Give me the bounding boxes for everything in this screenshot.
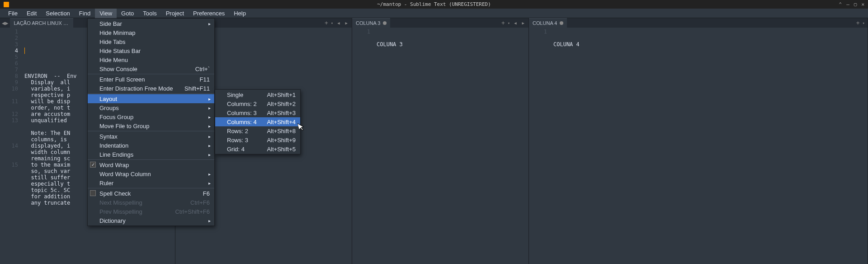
line-number: 5: [0, 54, 18, 60]
tab-strip-4: COLUNA 4 + ▾: [529, 18, 868, 28]
new-tab-icon[interactable]: +: [856, 19, 860, 26]
menu-item-hide-menu[interactable]: Hide Menu: [88, 55, 214, 64]
text-cursor: [24, 48, 25, 54]
line-number: 12: [0, 111, 18, 117]
line-number: [0, 105, 18, 111]
tab-nav-right-icon[interactable]: ▶: [344, 21, 349, 25]
tab-nav-right-icon[interactable]: ▶: [5, 20, 8, 26]
line-number: 9: [0, 79, 18, 86]
menu-item-shortcut: Alt+Shift+2: [260, 101, 296, 107]
line-number: 2: [0, 35, 18, 41]
menu-find[interactable]: Find: [75, 9, 95, 18]
tab-nav-right-icon[interactable]: ▶: [521, 21, 526, 25]
window-titlebar: ~/mantop - Sublime Text (UNREGISTERED) ⌃…: [0, 0, 868, 9]
menu-item-groups[interactable]: Groups: [88, 103, 214, 112]
menu-item-label: Columns: 3: [227, 110, 260, 116]
menu-item-single[interactable]: SingleAlt+Shift+1: [215, 90, 300, 99]
menu-item-word-wrap-column[interactable]: Word Wrap Column: [88, 169, 214, 178]
menu-item-hide-minimap[interactable]: Hide Minimap: [88, 28, 214, 37]
code-area[interactable]: COLUNA 3: [374, 28, 528, 264]
tab-file-4[interactable]: COLUNA 4: [529, 18, 567, 28]
menu-item-shortcut: Alt+Shift+3: [260, 110, 296, 116]
editor-pane-4[interactable]: 1 COLUNA 4: [529, 28, 868, 264]
menu-item-next-misspelling: Next MisspellingCtrl+F6: [88, 198, 214, 207]
tab-file-3[interactable]: COLUNA 3: [352, 18, 390, 28]
menu-item-columns-2[interactable]: Columns: 2Alt+Shift+2: [215, 99, 300, 108]
line-number: [0, 124, 18, 130]
menu-selection[interactable]: Selection: [41, 9, 74, 18]
menu-item-show-console[interactable]: Show ConsoleCtrl+`: [88, 64, 214, 73]
menu-tools[interactable]: Tools: [138, 9, 161, 18]
menu-item-label: Layout: [99, 96, 210, 102]
menu-item-layout[interactable]: Layout: [88, 94, 214, 103]
menu-item-rows-3[interactable]: Rows: 3Alt+Shift+9: [215, 135, 300, 144]
tab-nav-left-icon[interactable]: ◀: [2, 20, 5, 26]
menu-item-label: Line Endings: [99, 151, 210, 158]
menu-item-label: Enter Distraction Free Mode: [99, 85, 178, 92]
menu-item-hide-tabs[interactable]: Hide Tabs: [88, 37, 214, 46]
code-area[interactable]: COLUNA 4: [551, 28, 868, 264]
line-number: 3: [0, 41, 18, 48]
menubar: File Edit Selection Find View Goto Tools…: [0, 9, 868, 18]
menu-separator: [88, 188, 214, 188]
menu-item-columns-3[interactable]: Columns: 3Alt+Shift+3: [215, 108, 300, 117]
line-number: 11: [0, 98, 18, 105]
menu-item-ruler[interactable]: Ruler: [88, 178, 214, 187]
line-number: [0, 155, 18, 162]
line-number: 8: [0, 73, 18, 79]
menu-item-syntax[interactable]: Syntax: [88, 132, 214, 141]
menu-goto[interactable]: Goto: [117, 9, 138, 18]
line-number: 14: [0, 143, 18, 149]
menu-item-grid-4[interactable]: Grid: 4Alt+Shift+5: [215, 144, 300, 154]
minimize-icon[interactable]: —: [846, 1, 849, 7]
menu-item-focus-group[interactable]: Focus Group: [88, 112, 214, 121]
menu-item-label: Hide Minimap: [99, 29, 210, 36]
menu-item-columns-4[interactable]: Columns: 4Alt+Shift+4: [215, 117, 300, 126]
menu-item-word-wrap[interactable]: ✓Word Wrap: [88, 160, 214, 169]
menu-edit[interactable]: Edit: [22, 9, 41, 18]
tab-overflow-icon[interactable]: ▾: [508, 21, 510, 25]
line-number: 1: [352, 29, 370, 35]
menu-item-label: Next Misspelling: [99, 199, 184, 206]
menu-help[interactable]: Help: [229, 9, 250, 18]
code-line: COLUNA 3: [377, 41, 526, 48]
close-icon[interactable]: ✕: [861, 1, 864, 7]
maximize-icon[interactable]: ▢: [854, 1, 857, 7]
menu-item-spell-check[interactable]: Spell CheckF6: [88, 189, 214, 198]
menu-item-label: Side Bar: [99, 20, 210, 27]
menu-item-shortcut: Ctrl+F6: [184, 199, 210, 206]
line-gutter: 1: [529, 28, 551, 264]
menu-item-indentation[interactable]: Indentation: [88, 141, 214, 150]
new-tab-icon[interactable]: +: [325, 19, 328, 26]
rollup-icon[interactable]: ⌃: [839, 1, 842, 7]
menu-item-side-bar[interactable]: Side Bar: [88, 19, 214, 28]
line-number: 1: [0, 29, 18, 35]
menu-item-dictionary[interactable]: Dictionary: [88, 216, 214, 225]
menu-item-shortcut: Alt+Shift+9: [260, 137, 296, 144]
line-number: [0, 92, 18, 98]
menu-item-rows-2[interactable]: Rows: 2Alt+Shift+8: [215, 126, 300, 135]
tab-nav-left-icon[interactable]: ◀: [336, 21, 341, 25]
menu-file[interactable]: File: [4, 9, 22, 18]
tab-label: COLUNA 4: [533, 20, 557, 26]
code-line: 2: [200, 41, 349, 48]
menu-project[interactable]: Project: [161, 9, 189, 18]
menu-item-move-file-to-group[interactable]: Move File to Group: [88, 121, 214, 130]
menu-item-hide-status-bar[interactable]: Hide Status Bar: [88, 46, 214, 55]
tab-overflow-icon[interactable]: ▾: [331, 21, 333, 25]
line-number: 15: [0, 162, 18, 168]
menu-item-shortcut: Alt+Shift+4: [260, 119, 296, 125]
menu-view[interactable]: View: [95, 9, 117, 18]
tab-nav-left-icon[interactable]: ◀: [513, 21, 518, 25]
menu-item-enter-full-screen[interactable]: Enter Full ScreenF11: [88, 75, 214, 84]
menu-preferences[interactable]: Preferences: [189, 9, 229, 18]
code-line: COLUNA 4: [553, 41, 865, 48]
new-tab-icon[interactable]: +: [501, 19, 505, 26]
menu-item-line-endings[interactable]: Line Endings: [88, 150, 214, 159]
editor-pane-3[interactable]: 1 COLUNA 3: [352, 28, 528, 264]
menu-item-enter-distraction-free-mode[interactable]: Enter Distraction Free ModeShift+F11: [88, 84, 214, 93]
tab-file-1[interactable]: LAÇÃO ARCH LINUX - BIOS-Legacy, T: [10, 18, 73, 28]
menu-item-label: Groups: [99, 105, 210, 111]
tab-overflow-icon[interactable]: ▾: [863, 21, 865, 25]
menu-item-label: Dictionary: [99, 217, 210, 224]
